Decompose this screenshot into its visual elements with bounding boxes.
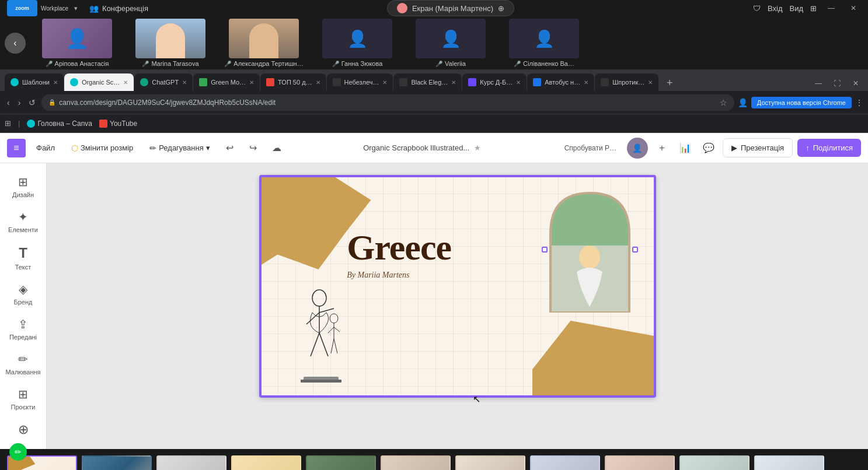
- zoom-share-pill[interactable]: Екран (Марія Мартенс) ⊕: [387, 0, 514, 16]
- arch-photo-frame[interactable]: [545, 187, 635, 313]
- sidebar-elements-label: Елементи: [8, 226, 38, 233]
- window-maximize-btn[interactable]: ⛶: [829, 76, 845, 91]
- canvas-slide[interactable]: Greece By Mariia Martens: [259, 175, 656, 398]
- bookmark-item[interactable]: Головна – Canva: [27, 120, 92, 128]
- chrome-tab[interactable]: Шаблони ✕: [5, 73, 64, 91]
- canva-redo-btn[interactable]: ↪: [244, 139, 263, 157]
- drawing-pencil-icon: ✏: [15, 447, 22, 457]
- sidebar-projects-label: Проєкти: [11, 404, 36, 411]
- svg-point-0: [312, 290, 326, 306]
- thumbnail-content: [531, 457, 599, 470]
- participant-name: Аріпова Анастасія: [55, 60, 109, 67]
- tab-favicon-icon: [601, 78, 609, 86]
- tab-label: Шаблони: [22, 79, 50, 86]
- sidebar-item-uploads[interactable]: ⇪ Передані: [3, 313, 44, 345]
- chrome-tabs-bar: Шаблони ✕ Organic Sc… ✕ ChatGPT ✕ Green …: [0, 70, 868, 91]
- canva-edit-btn[interactable]: ✏ Редагування ▾: [144, 140, 216, 156]
- profile-icon[interactable]: 👤: [738, 98, 748, 107]
- tab-close-icon[interactable]: ✕: [53, 79, 58, 86]
- chrome-tab[interactable]: Курс Д-Б… ✕: [462, 73, 527, 91]
- tab-close-icon[interactable]: ✕: [648, 79, 653, 86]
- canva-file-btn[interactable]: Файл: [30, 140, 61, 156]
- back-btn[interactable]: ‹: [5, 96, 12, 110]
- chrome-tab[interactable]: Green Mo… ✕: [193, 73, 260, 91]
- zoom-share-more-icon[interactable]: ⊕: [498, 4, 504, 13]
- reload-btn[interactable]: ↺: [26, 96, 38, 110]
- tab-close-icon[interactable]: ✕: [382, 79, 387, 86]
- sidebar-item-projects[interactable]: ⊞ Проєкти: [3, 383, 44, 415]
- chrome-update-btn[interactable]: Доступна нова версія Chrome: [751, 97, 852, 108]
- canva-undo-btn[interactable]: ↩: [221, 139, 239, 157]
- selection-handle-left[interactable]: [542, 247, 548, 252]
- chrome-tab[interactable]: ChatGPT ✕: [134, 73, 193, 91]
- canva-resize-btn[interactable]: ⬡ Змінити розмір: [65, 140, 139, 156]
- zoom-dropdown-icon[interactable]: ▾: [74, 5, 78, 12]
- thumbnail-content: [307, 457, 375, 470]
- sidebar-item-elements[interactable]: ✦ Елементи: [3, 205, 44, 238]
- forward-btn[interactable]: ›: [16, 96, 23, 110]
- tab-close-icon[interactable]: ✕: [584, 79, 588, 86]
- drawing-tool-indicator[interactable]: ✏: [9, 443, 27, 461]
- canva-add-people-btn[interactable]: +: [653, 139, 671, 157]
- sidebar-item-more[interactable]: ⊕: [3, 418, 44, 442]
- thumbnail-slide-6[interactable]: [381, 455, 451, 470]
- tab-favicon-icon: [333, 78, 341, 86]
- canva-avatar[interactable]: 👤: [627, 138, 648, 159]
- url-text: canva.com/design/DAGU2M9SuC4/jgwev8ZMJdq…: [59, 99, 716, 107]
- canva-canvas-area[interactable]: Greece By Mariia Martens: [47, 163, 868, 449]
- canva-star-icon[interactable]: ★: [474, 143, 481, 152]
- canva-share-btn[interactable]: ↑ Поділитися: [797, 139, 861, 157]
- tab-label: Курс Д-Б…: [480, 79, 513, 86]
- brand-icon: ◈: [19, 282, 27, 296]
- tab-close-icon[interactable]: ✕: [249, 79, 254, 86]
- tab-close-icon[interactable]: ✕: [451, 79, 456, 86]
- thumbnail-slide-4[interactable]: [231, 455, 301, 470]
- sidebar-item-drawing[interactable]: ✏ Малювання: [3, 348, 44, 380]
- thumbnail-slide-3[interactable]: [156, 455, 226, 470]
- canva-comment-btn[interactable]: 💬: [699, 139, 718, 157]
- thumbnail-slide-2[interactable]: [82, 455, 152, 470]
- chrome-tab[interactable]: Шпротик… ✕: [595, 73, 658, 91]
- participant-prev-btn[interactable]: ‹: [5, 33, 26, 54]
- tab-close-icon[interactable]: ✕: [316, 79, 320, 86]
- sidebar-item-brand[interactable]: ◈ Бренд: [3, 278, 44, 310]
- window-close-btn[interactable]: ✕: [848, 76, 863, 91]
- canva-chart-btn[interactable]: 📊: [676, 139, 695, 157]
- sidebar-item-design[interactable]: ⊞ Дизайн: [3, 170, 44, 203]
- chrome-tab[interactable]: ТОП 50 д… ✕: [260, 73, 326, 91]
- selection-handle-right[interactable]: [632, 247, 638, 252]
- zoom-conference-label: Конференція: [102, 4, 148, 13]
- window-minimize-btn[interactable]: —: [811, 76, 826, 91]
- chrome-tab[interactable]: Black Eleg… ✕: [393, 73, 462, 91]
- thumbnail-slide-7[interactable]: [455, 455, 525, 470]
- zoom-close-btn[interactable]: ✕: [846, 1, 861, 16]
- apps-icon[interactable]: ⊞: [5, 119, 11, 128]
- thumbnail-slide-5[interactable]: [306, 455, 376, 470]
- share-label: Поділитися: [813, 143, 853, 152]
- sidebar-item-text[interactable]: T Текст: [3, 240, 44, 275]
- chrome-tab[interactable]: Небезлеч… ✕: [327, 73, 393, 91]
- canva-present-btn[interactable]: ▶ Презентація: [723, 138, 793, 157]
- thumbnail-slide-9[interactable]: [605, 455, 675, 470]
- tab-close-icon[interactable]: ✕: [182, 79, 187, 86]
- canva-try-btn[interactable]: Спробувати Р…: [559, 141, 622, 156]
- new-tab-btn[interactable]: +: [661, 75, 678, 91]
- thumbnail-slide-11[interactable]: [754, 455, 824, 470]
- tab-close-icon[interactable]: ✕: [516, 79, 521, 86]
- thumbnail-slide-10[interactable]: [679, 455, 750, 470]
- chrome-tab[interactable]: Автобус н… ✕: [527, 73, 594, 91]
- extensions-icon[interactable]: ⋮: [855, 98, 863, 107]
- zoom-vid-btn[interactable]: Вид: [789, 4, 803, 13]
- zoom-vhod-btn[interactable]: Вхід: [768, 4, 783, 13]
- zoom-minimize-btn[interactable]: —: [824, 1, 839, 16]
- bookmark-item[interactable]: YouTube: [99, 120, 137, 128]
- tab-close-icon[interactable]: ✕: [123, 79, 128, 86]
- tab-favicon-icon: [533, 78, 541, 86]
- zoom-grid-icon[interactable]: ⊞: [810, 4, 817, 13]
- address-bar[interactable]: 🔒 canva.com/design/DAGU2M9SuC4/jgwev8ZMJ…: [41, 94, 734, 111]
- canva-menu-btn[interactable]: ≡: [7, 139, 26, 157]
- thumbnail-slide-8[interactable]: [530, 455, 600, 470]
- chrome-tab[interactable]: Organic Sc… ✕: [64, 73, 134, 91]
- canva-cloud-btn[interactable]: ☁: [267, 139, 286, 157]
- bookmark-star-icon[interactable]: ☆: [720, 98, 727, 107]
